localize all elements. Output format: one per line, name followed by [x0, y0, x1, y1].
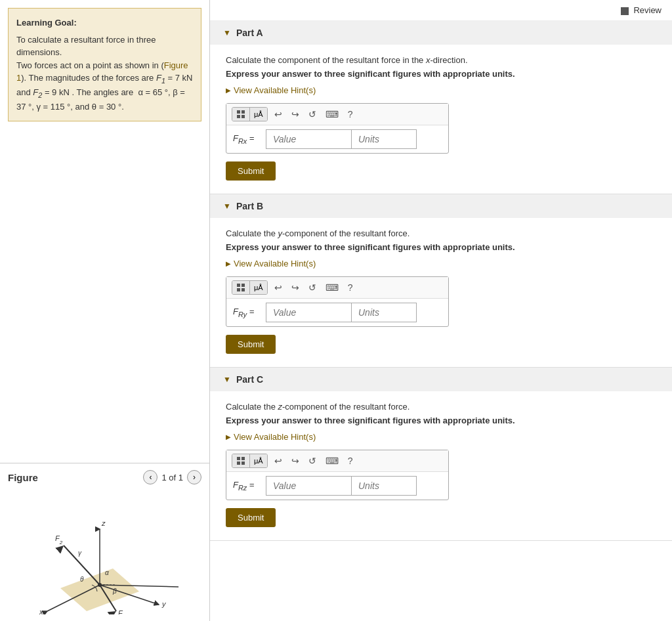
part-b-description: Calculate the y-component of the resulta… [226, 228, 656, 238]
figure-svg: y z x F1 F2 θ [8, 490, 198, 614]
part-b-section: ▼ Part B Calculate the y-component of th… [210, 194, 672, 368]
part-b-header: ▼ Part B [210, 194, 672, 218]
figure-header: Figure ‹ 1 of 1 › [8, 470, 201, 484]
part-b-toolbar: μÅ ↩ ↪ ↺ ⌨︎ ? [226, 277, 448, 299]
part-a-input-row: FRx = [226, 125, 448, 153]
part-c-hint-label: View Available Hint(s) [234, 432, 316, 442]
part-c-instruction: Express your answer to three significant… [226, 416, 656, 425]
part-b-hint-arrow: ▶ [226, 260, 231, 267]
math-F1: F1 [156, 73, 165, 83]
part-b-grid-btn[interactable] [232, 281, 250, 294]
svg-rect-19 [237, 110, 240, 114]
part-b-units-input[interactable] [351, 303, 417, 322]
svg-rect-29 [237, 461, 240, 465]
part-a-units-input[interactable] [351, 129, 417, 149]
figure-section: Figure ‹ 1 of 1 › y [0, 463, 209, 621]
figure-next-btn[interactable]: › [187, 470, 201, 484]
part-c-hint[interactable]: ▶ View Available Hint(s) [226, 432, 656, 442]
svg-text:α: α [105, 569, 109, 576]
part-c-grid-btn[interactable] [232, 454, 250, 467]
part-b-input-container: μÅ ↩ ↪ ↺ ⌨︎ ? FRy = [226, 276, 449, 327]
svg-text:z: z [101, 519, 106, 527]
learning-goal-p1: To calculate a resultant force in three … [16, 33, 193, 59]
part-b-keyboard-btn[interactable]: ⌨︎ [323, 281, 341, 294]
part-a-redo-btn[interactable]: ↪ [289, 108, 302, 121]
svg-rect-26 [242, 288, 245, 291]
part-b-formula-label: FRy = [233, 307, 266, 318]
part-c-toolbar: μÅ ↩ ↪ ↺ ⌨︎ ? [226, 450, 448, 472]
part-a-collapse[interactable]: ▼ [223, 28, 231, 37]
part-a-value-input[interactable] [266, 129, 351, 149]
part-a-mu-btn[interactable]: μÅ [250, 108, 267, 121]
svg-rect-23 [237, 284, 240, 287]
part-a-toolbar-group: μÅ [232, 107, 268, 121]
part-c-redo-btn[interactable]: ↪ [289, 454, 302, 467]
part-c-collapse[interactable]: ▼ [223, 375, 231, 384]
part-b-redo-btn[interactable]: ↪ [289, 281, 302, 294]
review-icon [621, 7, 629, 15]
part-a-label: Part A [236, 28, 263, 38]
math-F2: F2 [33, 87, 42, 97]
part-c-toolbar-group: μÅ [232, 454, 268, 468]
review-label: Review [633, 5, 662, 15]
part-a-submit-btn[interactable]: Submit [226, 161, 276, 181]
part-a-hint-arrow: ▶ [226, 87, 231, 94]
part-c-units-input[interactable] [351, 476, 417, 496]
part-b-hint[interactable]: ▶ View Available Hint(s) [226, 259, 656, 268]
part-c-undo-btn[interactable]: ↩ [272, 454, 285, 467]
part-a-grid-btn[interactable] [232, 108, 250, 121]
part-c-section: ▼ Part C Calculate the z-component of th… [210, 368, 672, 541]
part-a-undo-btn[interactable]: ↩ [272, 108, 285, 121]
part-c-keyboard-btn[interactable]: ⌨︎ [323, 454, 341, 467]
part-c-submit-btn[interactable]: Submit [226, 508, 276, 527]
figure-prev-btn[interactable]: ‹ [143, 470, 158, 484]
part-c-header: ▼ Part C [210, 368, 672, 391]
part-c-input-container: μÅ ↩ ↪ ↺ ⌨︎ ? FRz = [226, 450, 449, 500]
svg-text:x: x [39, 608, 43, 614]
svg-text:θ: θ [80, 576, 84, 583]
svg-rect-21 [237, 115, 240, 118]
part-a-keyboard-btn[interactable]: ⌨︎ [323, 108, 341, 121]
part-b-value-input[interactable] [266, 303, 351, 322]
part-b-label: Part B [236, 201, 263, 211]
part-c-label: Part C [236, 374, 263, 385]
svg-rect-30 [242, 461, 245, 465]
svg-rect-24 [242, 284, 245, 287]
part-b-reset-btn[interactable]: ↺ [306, 281, 319, 294]
part-b-collapse[interactable]: ▼ [223, 202, 231, 211]
svg-rect-20 [242, 110, 245, 114]
figure-canvas: y z x F1 F2 θ [8, 490, 198, 614]
part-b-hint-label: View Available Hint(s) [234, 259, 316, 268]
part-b-submit-btn[interactable]: Submit [226, 335, 276, 354]
part-b-toolbar-group: μÅ [232, 280, 268, 295]
part-b-content: Calculate the y-component of the resulta… [210, 218, 672, 367]
learning-goal-box: Learning Goal: To calculate a resultant … [8, 8, 201, 121]
left-panel: Learning Goal: To calculate a resultant … [0, 0, 210, 621]
part-c-value-input[interactable] [266, 476, 351, 496]
figure-title: Figure [8, 472, 38, 483]
part-a-reset-btn[interactable]: ↺ [306, 108, 319, 121]
part-a-instruction: Express your answer to three significant… [226, 69, 656, 79]
part-b-instruction: Express your answer to three significant… [226, 242, 656, 252]
part-a-input-container: μÅ ↩ ↪ ↺ ⌨︎ ? FRx = [226, 103, 449, 154]
part-c-help-btn[interactable]: ? [345, 454, 356, 467]
part-c-reset-btn[interactable]: ↺ [306, 454, 319, 467]
svg-rect-28 [242, 457, 245, 460]
review-bar: Review [210, 0, 672, 21]
part-b-help-btn[interactable]: ? [345, 281, 356, 294]
part-a-description: Calculate the component of the resultant… [226, 55, 656, 65]
part-c-hint-arrow: ▶ [226, 433, 231, 440]
part-a-hint[interactable]: ▶ View Available Hint(s) [226, 85, 656, 95]
part-a-toolbar: μÅ ↩ ↪ ↺ ⌨︎ ? [226, 104, 448, 125]
part-a-section: ▼ Part A Calculate the component of the … [210, 21, 672, 194]
svg-rect-22 [242, 115, 245, 118]
learning-goal-p2: Two forces act on a point as shown in (F… [16, 59, 193, 114]
part-a-header: ▼ Part A [210, 21, 672, 45]
part-a-content: Calculate the component of the resultant… [210, 45, 672, 194]
part-a-help-btn[interactable]: ? [345, 108, 356, 121]
part-b-mu-btn[interactable]: μÅ [250, 281, 267, 294]
part-c-description: Calculate the z-component of the resulta… [226, 402, 656, 412]
part-b-undo-btn[interactable]: ↩ [272, 281, 285, 294]
part-c-mu-btn[interactable]: μÅ [250, 454, 267, 467]
part-c-content: Calculate the z-component of the resulta… [210, 391, 672, 540]
